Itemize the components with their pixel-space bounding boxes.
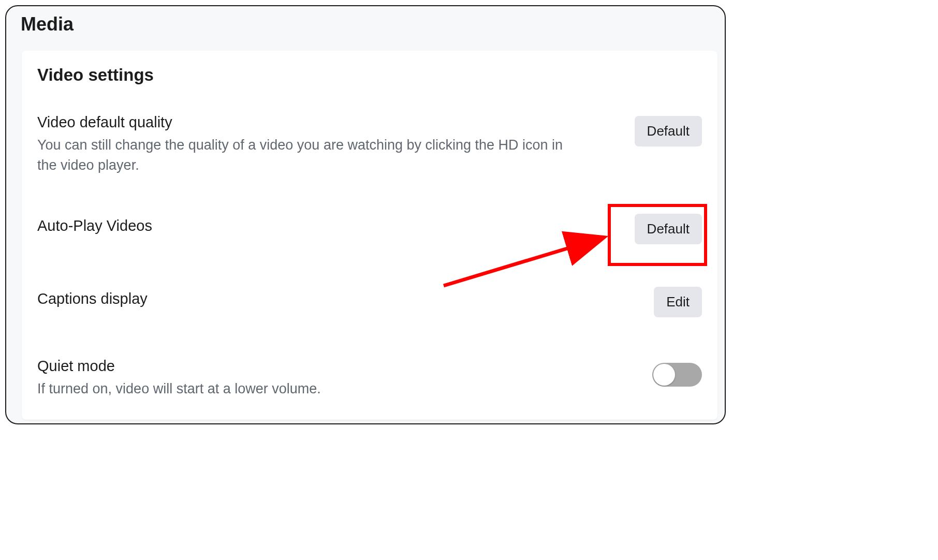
captions-edit-button[interactable]: Edit	[654, 287, 702, 317]
video-quality-button[interactable]: Default	[635, 116, 702, 146]
video-quality-row: Video default quality You can still chan…	[37, 114, 702, 175]
video-quality-control: Default	[635, 114, 702, 146]
media-settings-panel: Media Video settings Video default quali…	[5, 5, 726, 424]
captions-row: Captions display Edit	[37, 285, 702, 317]
autoplay-button[interactable]: Default	[635, 214, 702, 244]
autoplay-label: Auto-Play Videos	[37, 217, 614, 234]
autoplay-row: Auto-Play Videos Default	[37, 212, 702, 244]
video-quality-text: Video default quality You can still chan…	[37, 114, 635, 175]
quiet-mode-control	[652, 358, 702, 387]
quiet-mode-row: Quiet mode If turned on, video will star…	[37, 358, 702, 399]
autoplay-text: Auto-Play Videos	[37, 217, 635, 239]
quiet-mode-text: Quiet mode If turned on, video will star…	[37, 358, 652, 399]
autoplay-control: Default	[635, 212, 702, 244]
video-quality-label: Video default quality	[37, 114, 614, 131]
captions-label: Captions display	[37, 290, 633, 307]
video-settings-card: Video settings Video default quality You…	[22, 51, 717, 420]
card-title: Video settings	[37, 65, 702, 85]
captions-control: Edit	[654, 285, 702, 317]
toggle-knob	[653, 364, 675, 386]
captions-text: Captions display	[37, 290, 654, 312]
quiet-mode-label: Quiet mode	[37, 358, 632, 375]
quiet-mode-description: If turned on, video will start at a lowe…	[37, 379, 586, 399]
page-title: Media	[6, 6, 725, 35]
video-quality-description: You can still change the quality of a vi…	[37, 135, 586, 175]
quiet-mode-toggle[interactable]	[652, 363, 702, 387]
